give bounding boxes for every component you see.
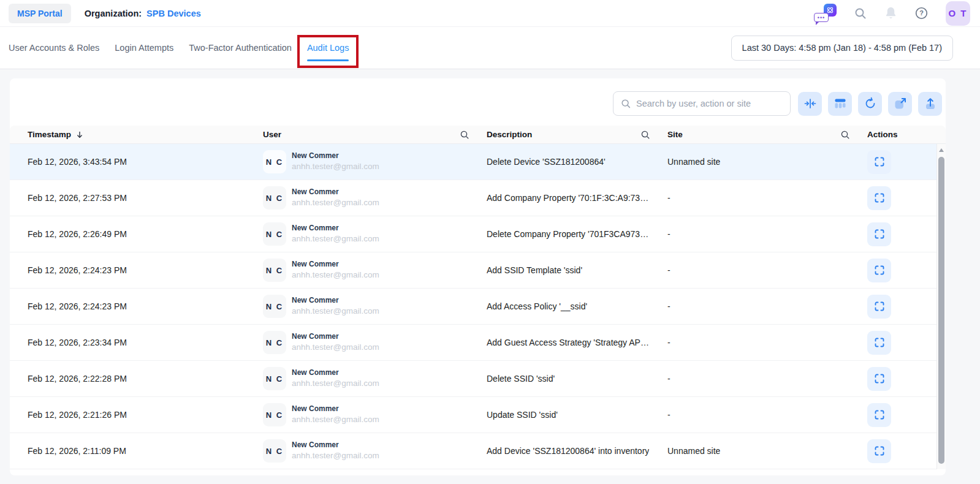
chat-bubble-icon: ••• [814,13,829,22]
sort-desc-icon [75,130,84,139]
expand-row-button[interactable] [867,259,891,282]
timestamp-value: Feb 12, 2026, 2:11:09 PM [28,446,126,456]
table-row[interactable]: Feb 12, 2026, 2:27:53 PM N C New Commer … [10,180,946,216]
timestamp-cell: Feb 12, 2026, 3:43:54 PM [10,157,263,167]
expand-icon [874,337,885,348]
timestamp-value: Feb 12, 2026, 2:27:53 PM [28,193,127,203]
scrollbar[interactable] [936,144,946,469]
global-search-button[interactable] [854,7,867,20]
site-value: - [667,265,670,275]
expand-row-button[interactable] [867,367,891,391]
actions-cell [867,331,946,355]
tab-user-accounts-roles[interactable]: User Accounts & Roles [9,42,99,54]
table-search-box[interactable] [613,91,791,116]
organization-name-link[interactable]: SPB Devices [146,9,201,18]
table-row[interactable]: Feb 12, 2026, 2:11:09 PM N C New Commer … [10,433,946,469]
search-icon [840,130,850,140]
user-name: New Commer [292,259,379,270]
user-email: anhh.tester@gmail.com [292,342,379,354]
column-header-user[interactable]: User [263,130,487,140]
user-avatar: N C [263,222,286,246]
timestamp-value: Feb 12, 2026, 2:22:28 PM [28,374,127,384]
refresh-button[interactable] [858,92,882,116]
table-row[interactable]: Feb 12, 2026, 2:24:23 PM N C New Commer … [10,252,946,289]
timestamp-value: Feb 12, 2026, 2:26:49 PM [28,229,127,239]
table-row[interactable]: Feb 12, 2026, 2:23:34 PM N C New Commer … [10,325,946,361]
user-email: anhh.tester@gmail.com [292,414,379,426]
site-cell: - [667,229,867,239]
site-header-label: Site [667,130,683,139]
search-icon [640,130,650,140]
description-cell: Delete Company Property '701F3CA973A1' [487,229,667,239]
actions-cell [867,295,946,319]
collapse-columns-button[interactable] [798,92,822,116]
search-input[interactable] [636,99,783,108]
user-initials: N C [266,374,283,384]
expand-row-button[interactable] [867,150,891,174]
expand-row-button[interactable] [867,439,891,463]
site-column-search-button[interactable] [840,130,850,140]
user-name: New Commer [292,295,379,306]
export-button[interactable] [918,92,942,116]
table-row[interactable]: Feb 12, 2026, 2:24:23 PM N C New Commer … [10,289,946,325]
user-column-search-button[interactable] [460,130,469,140]
app-header: MSP Portal Organization: SPB Devices ••• [0,0,980,27]
manage-columns-button[interactable] [828,92,852,116]
user-avatar: N C [263,150,286,173]
expand-icon [874,156,885,167]
notifications-button[interactable] [884,6,897,20]
search-icon [854,7,867,20]
expand-icon [874,229,885,240]
user-cell: N C New Commer anhh.tester@gmail.com [263,150,487,173]
actions-cell [867,367,946,391]
description-column-search-button[interactable] [640,130,650,140]
msp-portal-button[interactable]: MSP Portal [9,4,71,23]
scrollbar-thumb[interactable] [938,157,944,464]
site-cell: - [667,265,867,275]
open-in-new-window-button[interactable] [888,92,912,116]
user-email: anhh.tester@gmail.com [292,270,379,281]
site-cell: - [667,374,867,384]
user-name: New Commer [292,440,379,450]
actions-cell [867,259,946,282]
expand-row-button[interactable] [867,222,891,246]
notifications-bell-icon [884,6,897,20]
tab-two-factor-authentication[interactable]: Two-Factor Authentication [189,42,292,54]
site-cell: - [667,193,867,203]
column-header-description[interactable]: Description [487,130,667,140]
user-initials: N C [266,447,283,456]
columns-icon [834,97,846,110]
column-header-timestamp[interactable]: Timestamp [10,130,263,139]
audit-logs-table: Timestamp User Description [10,126,946,469]
tab-audit-logs[interactable]: Audit Logs [307,42,349,54]
user-initials: N C [266,194,283,203]
user-avatar: N C [263,403,286,426]
table-row[interactable]: Feb 12, 2026, 2:21:26 PM N C New Commer … [10,397,946,433]
scrollbar-up-arrow-icon[interactable] [939,148,944,152]
user-cell: N C New Commer anhh.tester@gmail.com [263,222,487,246]
expand-row-button[interactable] [867,186,891,210]
timestamp-cell: Feb 12, 2026, 2:22:28 PM [10,374,263,384]
site-value: Unnamed site [667,157,720,167]
svg-text:?: ? [919,9,924,17]
actions-header-label: Actions [867,130,898,139]
date-range-picker[interactable]: Last 30 Days: 4:58 pm (Jan 18) - 4:58 pm… [731,36,953,61]
timestamp-value: Feb 12, 2026, 2:24:23 PM [28,301,127,311]
expand-row-button[interactable] [867,295,891,319]
expand-row-button[interactable] [867,331,891,355]
user-name: New Commer [292,151,379,161]
description-cell: Add Company Property '70:1F:3C:A9:73:A1' [487,193,667,203]
timestamp-cell: Feb 12, 2026, 2:23:34 PM [10,338,263,347]
site-cell: Unnamed site [667,446,867,456]
description-cell: Add SSID Template 'ssid' [487,265,667,275]
table-row[interactable]: Feb 12, 2026, 2:22:28 PM N C New Commer … [10,361,946,397]
expand-row-button[interactable] [867,403,891,427]
table-row[interactable]: Feb 12, 2026, 3:43:54 PM N C New Commer … [10,144,946,180]
user-avatar[interactable]: O T [946,1,970,26]
tab-login-attempts[interactable]: Login Attempts [115,42,173,54]
table-row[interactable]: Feb 12, 2026, 2:26:49 PM N C New Commer … [10,216,946,252]
column-header-site[interactable]: Site [667,130,867,140]
help-button[interactable]: ? [914,6,929,20]
ai-assistant-button[interactable]: ••• [814,4,837,23]
actions-cell [867,403,946,427]
